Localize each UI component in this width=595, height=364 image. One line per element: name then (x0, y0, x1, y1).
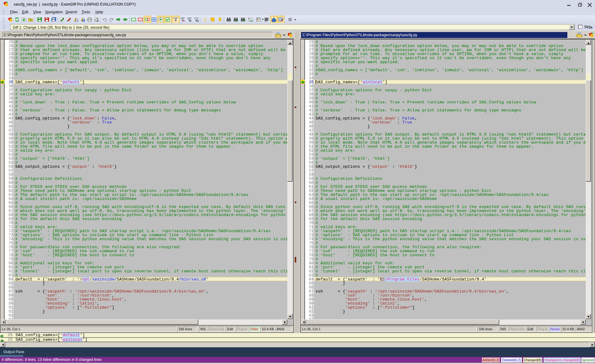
svg-text:B: B (250, 17, 252, 20)
svg-text:AB: AB (250, 20, 253, 22)
svg-text:A: A (248, 17, 250, 20)
